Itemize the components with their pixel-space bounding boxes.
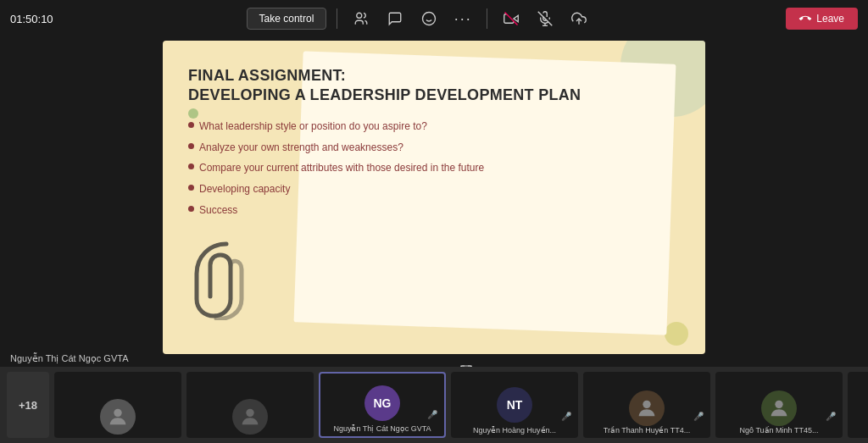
participant-label: Nguyễn Thị Cát Ngọc GVTA xyxy=(10,353,128,364)
bullet-3: Compare your current attributes with tho… xyxy=(188,161,688,175)
divider2 xyxy=(487,8,487,29)
video-off-button[interactable] xyxy=(498,5,525,32)
mic-icon-ng: 🎤 xyxy=(427,410,437,419)
people-icon-button[interactable] xyxy=(348,5,375,32)
svg-marker-4 xyxy=(514,15,518,22)
bullet-1: What leadership style or position do you… xyxy=(188,119,688,134)
participant-card-2[interactable] xyxy=(186,372,314,438)
bullet-dot-1 xyxy=(188,122,194,128)
bullet-dot-5 xyxy=(188,206,194,212)
avatar-ntm xyxy=(761,390,797,426)
top-right-controls: Leave xyxy=(786,8,858,30)
extra-participants-badge[interactable]: +18 xyxy=(7,372,49,438)
svg-point-11 xyxy=(114,409,121,417)
participant-name-tth: Trần Thanh Huyền TT4... xyxy=(604,426,690,435)
bullet-dot-2 xyxy=(188,143,194,149)
svg-point-12 xyxy=(246,409,253,417)
svg-point-1 xyxy=(423,13,436,25)
slide-title: FINAL ASSIGNMENT: DEVELOPING A LEADERSHI… xyxy=(188,66,688,106)
participant-card-nt[interactable]: NT Nguyễn Hoàng Huyền... 🎤 xyxy=(451,372,578,438)
emoji-icon-button[interactable] xyxy=(415,5,442,32)
bullet-2: Analyze your own strength and weaknesses… xyxy=(188,141,688,155)
mic-off-button[interactable] xyxy=(531,5,559,32)
divider xyxy=(337,8,337,29)
avatar-nt: NT xyxy=(497,387,532,423)
mic-icon-tth: 🎤 xyxy=(693,412,704,421)
mic-icon-nt: 🎤 xyxy=(561,412,571,421)
leave-label: Leave xyxy=(816,13,844,25)
participant-card-ng[interactable]: NG Nguyễn Thị Cát Ngọc GVTA 🎤 xyxy=(319,372,446,438)
slide-container: FINAL ASSIGNMENT: DEVELOPING A LEADERSHI… xyxy=(163,41,705,354)
slide-bullets: What leadership style or position do you… xyxy=(188,119,688,218)
participant-name-ntm: Ngô Tuấn Minh TT45... xyxy=(740,426,819,435)
participants-strip: +18 NG Nguyễn Thị Cát Ngọc GVTA 🎤 NT Ngu… xyxy=(0,367,868,443)
mic-icon-ntm: 🎤 xyxy=(826,412,836,421)
leave-button[interactable]: Leave xyxy=(786,8,858,30)
bullet-dot-3 xyxy=(188,163,194,169)
slide-content: FINAL ASSIGNMENT: DEVELOPING A LEADERSHI… xyxy=(188,66,688,337)
time-display: 01:50:10 xyxy=(10,13,53,25)
bullet-4: Developing capacity xyxy=(188,182,688,197)
participant-name-ng: Nguyễn Thị Cát Ngọc GVTA xyxy=(333,424,431,433)
participant-card-dt[interactable]: ĐT Đào Lý Ngọc Huyền T... xyxy=(848,372,868,438)
avatar-2 xyxy=(232,399,268,435)
bullet-dot-4 xyxy=(188,185,194,191)
svg-point-13 xyxy=(643,401,650,408)
svg-point-14 xyxy=(775,401,782,408)
participant-card-ntm[interactable]: Ngô Tuấn Minh TT45... 🎤 xyxy=(715,372,843,438)
avatar-ng: NG xyxy=(364,385,400,421)
participant-name-nt: Nguyễn Hoàng Huyền... xyxy=(473,426,556,435)
chat-icon-button[interactable] xyxy=(381,5,409,32)
take-control-button[interactable]: Take control xyxy=(247,8,327,30)
avatar-tth xyxy=(629,390,665,426)
participant-card-1[interactable] xyxy=(54,372,181,438)
svg-point-0 xyxy=(357,13,362,18)
participant-card-tth[interactable]: Trần Thanh Huyền TT4... 🎤 xyxy=(583,372,710,438)
more-options-button[interactable]: ··· xyxy=(449,5,476,32)
bullet-5: Success xyxy=(188,203,688,218)
paperclip-icon xyxy=(184,235,260,320)
share-button[interactable] xyxy=(565,5,593,32)
top-bar: 01:50:10 Take control ··· xyxy=(0,0,868,37)
top-center-controls: Take control ··· xyxy=(247,5,593,32)
avatar-1 xyxy=(100,399,136,435)
